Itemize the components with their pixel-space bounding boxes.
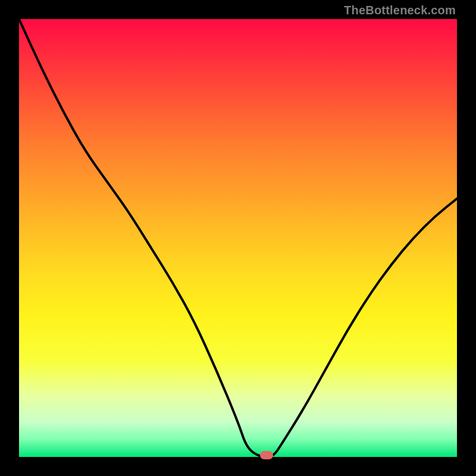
optimal-marker xyxy=(260,451,273,459)
plot-area xyxy=(19,19,457,457)
bottleneck-curve xyxy=(19,19,457,457)
watermark-text: TheBottleneck.com xyxy=(344,4,456,17)
chart-frame: TheBottleneck.com xyxy=(0,0,476,476)
